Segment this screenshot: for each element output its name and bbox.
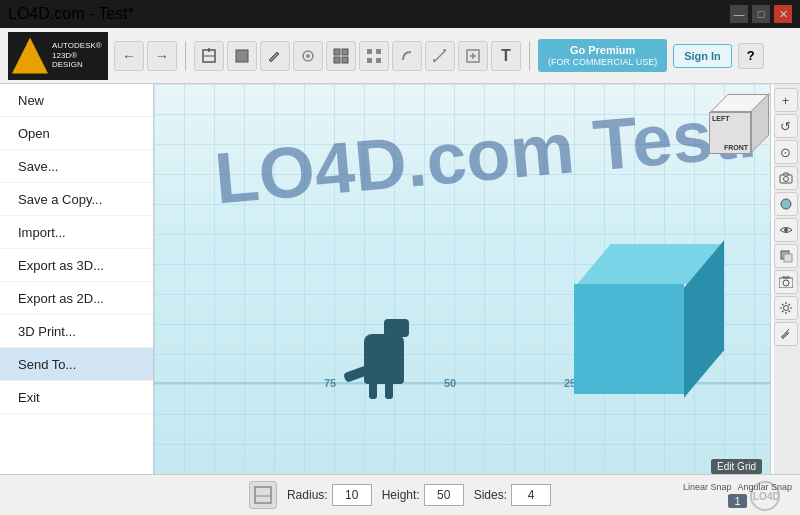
view-cube-front-label: FRONT <box>724 144 748 151</box>
svg-rect-11 <box>376 49 381 54</box>
camera-button[interactable] <box>774 166 798 190</box>
menu-item-3d-print[interactable]: 3D Print... <box>0 315 153 348</box>
undo-redo-group: ← → <box>114 41 177 71</box>
height-field-group: Height: <box>382 484 464 506</box>
svg-rect-7 <box>342 49 348 55</box>
sides-label: Sides: <box>474 488 507 502</box>
dino-leg-left <box>369 381 377 399</box>
svg-point-28 <box>783 306 788 311</box>
svg-point-26 <box>783 280 789 286</box>
svg-rect-6 <box>334 49 340 55</box>
sides-input[interactable] <box>511 484 551 506</box>
screenshot-button[interactable] <box>774 270 798 294</box>
file-menu: New Open Save... Save a Copy... Import..… <box>0 84 154 474</box>
pattern-button[interactable] <box>359 41 389 71</box>
menu-item-exit[interactable]: Exit <box>0 381 153 414</box>
visibility-button[interactable] <box>774 218 798 242</box>
menu-item-send-to[interactable]: Send To... <box>0 348 153 381</box>
right-toolbar: + ↺ ⊙ <box>770 84 800 474</box>
sign-in-button[interactable]: Sign In <box>673 44 732 68</box>
height-label: Height: <box>382 488 420 502</box>
insert-button[interactable] <box>458 41 488 71</box>
logo-area[interactable]: AUTODESK® 123D® DESIGN <box>8 32 108 80</box>
dino-body <box>364 334 404 384</box>
separator-2 <box>529 41 530 71</box>
zoom-in-button[interactable]: + <box>774 88 798 112</box>
edit-grid-label: Edit Grid <box>711 459 762 474</box>
dino-leg-right <box>385 381 393 399</box>
watermark: LO4D.com Test. <box>211 91 759 220</box>
3d-viewport[interactable]: LO4D.com Test. 75 50 25 LEFT FRONT <box>154 84 774 474</box>
svg-rect-3 <box>236 50 248 62</box>
menu-item-new[interactable]: New <box>0 84 153 117</box>
title-text: LO4D.com - Test* <box>8 5 134 23</box>
logo-text: AUTODESK® 123D® DESIGN <box>52 41 104 70</box>
shape-icon <box>249 481 277 509</box>
svg-rect-30 <box>255 487 271 503</box>
svg-rect-27 <box>783 276 789 278</box>
menu-item-save-copy[interactable]: Save a Copy... <box>0 183 153 216</box>
dino-legs <box>369 381 393 399</box>
close-button[interactable]: ✕ <box>774 5 792 23</box>
maximize-button[interactable]: □ <box>752 5 770 23</box>
svg-rect-12 <box>367 58 372 63</box>
svg-line-29 <box>787 329 789 331</box>
sides-field-group: Sides: <box>474 484 551 506</box>
radius-input[interactable] <box>332 484 372 506</box>
svg-rect-13 <box>376 58 381 63</box>
menu-item-open[interactable]: Open <box>0 117 153 150</box>
separator-1 <box>185 41 186 71</box>
titlebar: LO4D.com - Test* — □ ✕ <box>0 0 800 28</box>
tool-buttons: T <box>194 41 521 71</box>
view-cube-left-label: LEFT <box>712 115 730 122</box>
svg-rect-24 <box>784 254 792 262</box>
cube-front-face <box>574 284 684 394</box>
new-shape-button[interactable] <box>194 41 224 71</box>
settings-button[interactable] <box>774 296 798 320</box>
construct-button[interactable] <box>293 41 323 71</box>
menu-item-export-3d[interactable]: Export as 3D... <box>0 249 153 282</box>
radius-label: Radius: <box>287 488 328 502</box>
radius-field-group: Radius: <box>287 484 372 506</box>
material-button[interactable] <box>774 192 798 216</box>
svg-point-21 <box>781 199 791 209</box>
svg-rect-10 <box>367 49 372 54</box>
view-cube-front[interactable]: LEFT FRONT <box>709 112 751 154</box>
linear-snap-label: Linear Snap <box>683 482 732 492</box>
group-button[interactable] <box>326 41 356 71</box>
snap-value[interactable]: 1 <box>728 494 746 508</box>
menu-item-export-2d[interactable]: Export as 2D... <box>0 282 153 315</box>
undo-button[interactable]: ← <box>114 41 144 71</box>
window-controls: — □ ✕ <box>730 5 792 23</box>
view-cube[interactable]: LEFT FRONT <box>709 94 769 154</box>
height-input[interactable] <box>424 484 464 506</box>
svg-rect-8 <box>334 57 340 63</box>
menu-item-save[interactable]: Save... <box>0 150 153 183</box>
svg-point-5 <box>306 54 310 58</box>
svg-text:LO4D: LO4D <box>753 491 780 502</box>
bottom-bar: Radius: Height: Sides: Linear Snap Angul… <box>0 474 800 515</box>
go-premium-button[interactable]: Go Premium (FOR COMMERCIAL USE) <box>538 39 667 73</box>
lo4d-watermark: LO4D <box>745 478 795 513</box>
3d-cube <box>574 274 694 394</box>
help-button[interactable]: ? <box>738 43 764 69</box>
redo-button[interactable]: → <box>147 41 177 71</box>
zoom-fit-button[interactable]: ⊙ <box>774 140 798 164</box>
measure-button[interactable] <box>425 41 455 71</box>
sketch-button[interactable] <box>260 41 290 71</box>
svg-point-22 <box>784 228 788 232</box>
svg-rect-9 <box>342 57 348 63</box>
dino-tail <box>343 365 370 383</box>
text-button[interactable]: T <box>491 41 521 71</box>
dinosaur-model <box>354 304 414 384</box>
select-button[interactable] <box>227 41 257 71</box>
edit-button[interactable] <box>774 322 798 346</box>
rotate-button[interactable]: ↺ <box>774 114 798 138</box>
menu-item-import[interactable]: Import... <box>0 216 153 249</box>
minimize-button[interactable]: — <box>730 5 748 23</box>
svg-point-20 <box>783 177 788 182</box>
main-toolbar: AUTODESK® 123D® DESIGN ← → <box>0 28 800 84</box>
fillet-button[interactable] <box>392 41 422 71</box>
autodesk-logo-icon <box>12 38 48 74</box>
shadow-button[interactable] <box>774 244 798 268</box>
